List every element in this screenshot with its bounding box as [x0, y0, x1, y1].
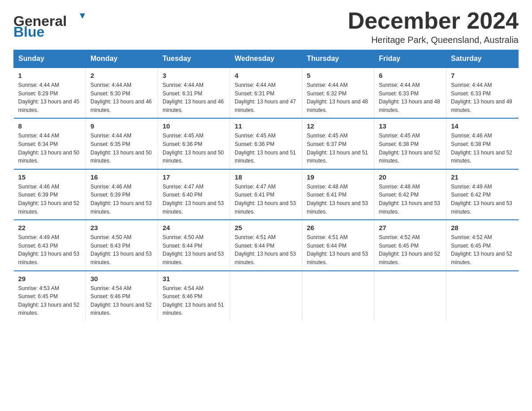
day-number: 8 — [18, 122, 82, 130]
day-number: 20 — [379, 173, 442, 181]
calendar-week-row: 29Sunrise: 4:53 AMSunset: 6:45 PMDayligh… — [14, 271, 519, 321]
day-number: 16 — [90, 173, 153, 181]
day-number: 19 — [307, 173, 369, 181]
calendar-cell — [446, 271, 519, 321]
day-number: 22 — [18, 224, 82, 231]
page-header: General Blue December 2024 Heritage Park… — [13, 9, 519, 45]
day-info: Sunrise: 4:46 AMSunset: 6:39 PMDaylight:… — [90, 183, 153, 216]
calendar-cell — [230, 271, 302, 321]
day-number: 29 — [18, 275, 82, 283]
day-number: 18 — [235, 173, 297, 181]
calendar-cell: 24Sunrise: 4:50 AMSunset: 6:44 PMDayligh… — [158, 220, 230, 270]
calendar-header: Sunday Monday Tuesday Wednesday Thursday… — [14, 50, 519, 68]
day-number: 10 — [163, 122, 225, 130]
day-number: 17 — [163, 173, 225, 181]
header-wednesday: Wednesday — [230, 50, 302, 68]
day-info: Sunrise: 4:44 AMSunset: 6:30 PMDaylight:… — [90, 81, 153, 114]
day-number: 23 — [90, 224, 153, 231]
day-number: 9 — [90, 122, 153, 130]
calendar-cell: 23Sunrise: 4:50 AMSunset: 6:43 PMDayligh… — [86, 220, 158, 270]
calendar-body: 1Sunrise: 4:44 AMSunset: 6:29 PMDaylight… — [14, 68, 519, 321]
day-info: Sunrise: 4:44 AMSunset: 6:31 PMDaylight:… — [163, 81, 225, 114]
day-info: Sunrise: 4:45 AMSunset: 6:36 PMDaylight:… — [163, 132, 225, 165]
calendar-cell: 18Sunrise: 4:47 AMSunset: 6:41 PMDayligh… — [230, 169, 302, 220]
calendar-cell: 27Sunrise: 4:52 AMSunset: 6:45 PMDayligh… — [374, 220, 446, 270]
day-info: Sunrise: 4:47 AMSunset: 6:41 PMDaylight:… — [235, 183, 297, 216]
day-number: 12 — [307, 122, 369, 130]
day-number: 28 — [451, 224, 514, 231]
day-number: 26 — [307, 224, 369, 231]
calendar-cell: 2Sunrise: 4:44 AMSunset: 6:30 PMDaylight… — [86, 68, 158, 118]
day-number: 13 — [379, 122, 442, 130]
day-info: Sunrise: 4:51 AMSunset: 6:44 PMDaylight:… — [235, 233, 297, 266]
calendar-cell: 3Sunrise: 4:44 AMSunset: 6:31 PMDaylight… — [158, 68, 230, 118]
calendar-week-row: 1Sunrise: 4:44 AMSunset: 6:29 PMDaylight… — [14, 68, 519, 118]
day-info: Sunrise: 4:44 AMSunset: 6:33 PMDaylight:… — [451, 81, 514, 114]
day-number: 7 — [451, 72, 514, 79]
day-info: Sunrise: 4:45 AMSunset: 6:36 PMDaylight:… — [235, 132, 297, 165]
header-sunday: Sunday — [14, 50, 86, 68]
day-number: 27 — [379, 224, 442, 231]
day-number: 3 — [163, 72, 225, 79]
day-info: Sunrise: 4:48 AMSunset: 6:41 PMDaylight:… — [307, 183, 369, 216]
calendar-week-row: 15Sunrise: 4:46 AMSunset: 6:39 PMDayligh… — [14, 169, 519, 220]
calendar-week-row: 8Sunrise: 4:44 AMSunset: 6:34 PMDaylight… — [14, 118, 519, 169]
day-number: 30 — [90, 275, 153, 283]
calendar-cell: 22Sunrise: 4:49 AMSunset: 6:43 PMDayligh… — [14, 220, 86, 270]
day-info: Sunrise: 4:45 AMSunset: 6:38 PMDaylight:… — [379, 132, 442, 165]
calendar-cell: 26Sunrise: 4:51 AMSunset: 6:44 PMDayligh… — [302, 220, 374, 270]
day-info: Sunrise: 4:49 AMSunset: 6:43 PMDaylight:… — [18, 233, 82, 266]
calendar-cell: 14Sunrise: 4:46 AMSunset: 6:38 PMDayligh… — [446, 118, 519, 169]
calendar-cell: 8Sunrise: 4:44 AMSunset: 6:34 PMDaylight… — [14, 118, 86, 169]
day-number: 31 — [163, 275, 225, 283]
day-info: Sunrise: 4:53 AMSunset: 6:45 PMDaylight:… — [18, 284, 82, 317]
day-info: Sunrise: 4:44 AMSunset: 6:35 PMDaylight:… — [90, 132, 153, 165]
calendar-cell: 29Sunrise: 4:53 AMSunset: 6:45 PMDayligh… — [14, 271, 86, 321]
day-info: Sunrise: 4:51 AMSunset: 6:44 PMDaylight:… — [307, 233, 369, 266]
calendar-cell: 12Sunrise: 4:45 AMSunset: 6:37 PMDayligh… — [302, 118, 374, 169]
day-info: Sunrise: 4:44 AMSunset: 6:32 PMDaylight:… — [307, 81, 369, 114]
calendar-week-row: 22Sunrise: 4:49 AMSunset: 6:43 PMDayligh… — [14, 220, 519, 270]
day-info: Sunrise: 4:47 AMSunset: 6:40 PMDaylight:… — [163, 183, 225, 216]
calendar-cell: 4Sunrise: 4:44 AMSunset: 6:31 PMDaylight… — [230, 68, 302, 118]
header-thursday: Thursday — [302, 50, 374, 68]
day-info: Sunrise: 4:44 AMSunset: 6:31 PMDaylight:… — [235, 81, 297, 114]
svg-marker-1 — [80, 13, 85, 19]
calendar-cell: 13Sunrise: 4:45 AMSunset: 6:38 PMDayligh… — [374, 118, 446, 169]
calendar-cell: 9Sunrise: 4:44 AMSunset: 6:35 PMDaylight… — [86, 118, 158, 169]
day-info: Sunrise: 4:52 AMSunset: 6:45 PMDaylight:… — [451, 233, 514, 266]
calendar-cell: 20Sunrise: 4:48 AMSunset: 6:42 PMDayligh… — [374, 169, 446, 220]
calendar-cell: 30Sunrise: 4:54 AMSunset: 6:46 PMDayligh… — [86, 271, 158, 321]
day-info: Sunrise: 4:46 AMSunset: 6:38 PMDaylight:… — [451, 132, 514, 165]
day-number: 24 — [163, 224, 225, 231]
header-friday: Friday — [374, 50, 446, 68]
title-section: December 2024 Heritage Park, Queensland,… — [348, 9, 519, 45]
calendar-cell: 17Sunrise: 4:47 AMSunset: 6:40 PMDayligh… — [158, 169, 230, 220]
calendar-cell: 7Sunrise: 4:44 AMSunset: 6:33 PMDaylight… — [446, 68, 519, 118]
calendar-cell: 6Sunrise: 4:44 AMSunset: 6:33 PMDaylight… — [374, 68, 446, 118]
calendar-cell: 19Sunrise: 4:48 AMSunset: 6:41 PMDayligh… — [302, 169, 374, 220]
calendar-cell: 15Sunrise: 4:46 AMSunset: 6:39 PMDayligh… — [14, 169, 86, 220]
calendar-cell: 31Sunrise: 4:54 AMSunset: 6:46 PMDayligh… — [158, 271, 230, 321]
calendar-cell: 21Sunrise: 4:49 AMSunset: 6:42 PMDayligh… — [446, 169, 519, 220]
day-info: Sunrise: 4:44 AMSunset: 6:33 PMDaylight:… — [379, 81, 442, 114]
svg-text:Blue: Blue — [13, 24, 44, 40]
day-number: 21 — [451, 173, 514, 181]
calendar-cell: 10Sunrise: 4:45 AMSunset: 6:36 PMDayligh… — [158, 118, 230, 169]
month-title: December 2024 — [348, 9, 519, 32]
logo-svg: General Blue — [13, 9, 85, 40]
logo: General Blue — [13, 9, 85, 40]
calendar-cell — [302, 271, 374, 321]
header-monday: Monday — [86, 50, 158, 68]
day-info: Sunrise: 4:54 AMSunset: 6:46 PMDaylight:… — [90, 284, 153, 317]
day-info: Sunrise: 4:52 AMSunset: 6:45 PMDaylight:… — [379, 233, 442, 266]
day-info: Sunrise: 4:49 AMSunset: 6:42 PMDaylight:… — [451, 183, 514, 216]
day-number: 14 — [451, 122, 514, 130]
header-saturday: Saturday — [446, 50, 519, 68]
calendar-cell: 1Sunrise: 4:44 AMSunset: 6:29 PMDaylight… — [14, 68, 86, 118]
day-info: Sunrise: 4:44 AMSunset: 6:29 PMDaylight:… — [18, 81, 82, 114]
calendar-cell: 5Sunrise: 4:44 AMSunset: 6:32 PMDaylight… — [302, 68, 374, 118]
day-info: Sunrise: 4:54 AMSunset: 6:46 PMDaylight:… — [163, 284, 225, 317]
day-number: 11 — [235, 122, 297, 130]
location: Heritage Park, Queensland, Australia — [348, 35, 519, 45]
